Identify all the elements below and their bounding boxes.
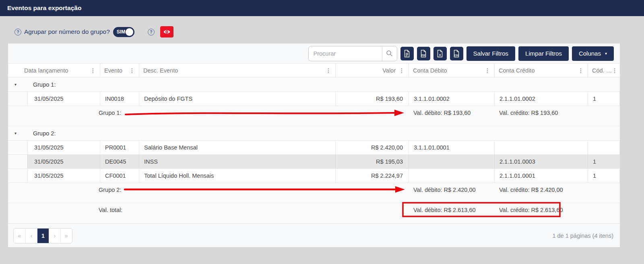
cell-data-lancamento: 31/05/2025 <box>27 92 100 106</box>
column-menu-icon[interactable]: ⋮ <box>399 67 405 74</box>
cell-valor: R$ 2.420,00 <box>335 141 409 154</box>
page-number-button[interactable]: 1 <box>37 229 49 243</box>
cell-desc-evento: Depósito do FGTS <box>139 92 335 106</box>
cell-conta-credito: 2.1.1.01.0002 <box>494 92 588 106</box>
excel-file-icon: X <box>437 50 443 58</box>
cell-cod: 1 <box>588 92 620 106</box>
prev-page-button[interactable]: ‹ <box>25 229 37 243</box>
total-debit: Val. débito: R$ 2.613,60 <box>413 203 476 217</box>
group-debit-total: Val. débito: R$ 2.420,00 <box>413 183 476 197</box>
cell-conta-credito: 2.1.1.01.0003 <box>494 155 588 168</box>
cell-evento: DE0045 <box>100 155 139 168</box>
search-input[interactable] <box>309 46 382 61</box>
pagination-summary: 1 de 1 páginas (4 itens) <box>552 233 613 239</box>
cell-evento: IN0018 <box>100 92 139 106</box>
last-page-button[interactable]: » <box>60 229 72 243</box>
group-label: Grupo 2: <box>33 130 56 137</box>
group-debit-total: Val. débito: R$ 193,60 <box>413 106 471 120</box>
column-label: Desc. Evento <box>143 67 178 74</box>
column-menu-icon[interactable]: ⋮ <box>129 67 135 74</box>
eye-icon <box>163 29 171 35</box>
chevron-down-icon: ▾ <box>605 52 607 56</box>
page-title: Eventos para exportação <box>0 0 644 16</box>
search-box <box>308 46 397 61</box>
export-csv-button[interactable]: CSV <box>450 47 463 60</box>
column-menu-icon[interactable]: ⋮ <box>578 67 584 74</box>
cell-conta-debito <box>409 169 494 183</box>
column-header-conta-debito[interactable]: Conta Débito ⋮ <box>409 64 494 77</box>
save-filters-button[interactable]: Salvar Filtros <box>466 46 516 61</box>
group-footer-row-2: Grupo 2: Val. débito: R$ 2.420,00 Val. c… <box>8 183 620 203</box>
cell-valor: R$ 193,60 <box>335 92 409 106</box>
cell-data-lancamento: 31/05/2025 <box>27 141 100 154</box>
group-footer-row-1: Grupo 1: Val. débito: R$ 193,60 Val. cré… <box>8 106 620 126</box>
column-header-data-lancamento[interactable]: Data lançamento ⋮ <box>8 64 100 77</box>
column-menu-icon[interactable]: ⋮ <box>90 67 96 74</box>
column-menu-icon[interactable]: ⋮ <box>326 67 331 74</box>
column-header-conta-credito[interactable]: Conta Crédito ⋮ <box>494 64 588 77</box>
cell-conta-credito <box>494 141 588 154</box>
cell-data-lancamento: 31/05/2025 <box>27 155 100 168</box>
column-header-desc-evento[interactable]: Desc. Evento ⋮ <box>139 64 335 77</box>
export-pdf-button[interactable]: PDF <box>417 47 430 60</box>
preview-button[interactable] <box>160 26 173 37</box>
cell-valor: R$ 195,03 <box>335 155 409 168</box>
columns-button[interactable]: Colunas ▾ <box>572 46 614 61</box>
pagination-bar: « ‹ 1 › » 1 de 1 páginas (4 itens) <box>8 223 620 248</box>
collapse-group-icon[interactable]: ▾ <box>14 82 20 87</box>
help-icon[interactable]: ? <box>14 29 21 35</box>
group-footer-label: Grupo 2: <box>99 183 121 197</box>
column-header-evento[interactable]: Evento ⋮ <box>100 64 139 77</box>
collapse-group-icon[interactable]: ▾ <box>14 131 20 135</box>
table-row[interactable]: 31/05/2025 CF0001 Total Líquido Holl. Me… <box>8 169 620 183</box>
table-row[interactable]: 31/05/2025 PR0001 Salário Base Mensal R$… <box>8 141 620 155</box>
help-icon[interactable]: ? <box>148 29 155 35</box>
cell-evento: CF0001 <box>100 169 139 183</box>
column-menu-icon[interactable]: ⋮ <box>485 67 490 74</box>
pager: « ‹ 1 › » <box>13 228 72 243</box>
search-button[interactable] <box>382 46 397 61</box>
svg-text:PDF: PDF <box>421 54 426 56</box>
table-header-row: Data lançamento ⋮ Evento ⋮ Desc. Evento … <box>8 63 620 77</box>
group-credit-total: Val. crédito: R$ 193,60 <box>499 106 558 120</box>
pdf-file-icon: PDF <box>420 50 427 58</box>
cell-valor: R$ 2.224,97 <box>335 169 409 183</box>
text-file-icon <box>404 50 410 58</box>
group-toggle[interactable]: SIM <box>113 27 134 37</box>
cell-evento: PR0001 <box>100 141 139 154</box>
cell-cod <box>588 141 620 154</box>
cell-desc-evento: Salário Base Mensal <box>139 141 335 154</box>
group-credit-total: Val. crédito: R$ 2.420,00 <box>499 183 563 197</box>
table-row[interactable]: 31/05/2025 IN0018 Depósito do FGTS R$ 19… <box>8 92 620 106</box>
group-toggle-label: Agrupar por número do grupo? <box>24 28 110 35</box>
column-header-valor[interactable]: Valor ⋮ <box>335 64 409 77</box>
table-body: ▾ Grupo 1: 31/05/2025 IN0018 Depósito do… <box>8 77 620 223</box>
cell-cod: 1 <box>588 169 620 183</box>
grand-total-row: Val. total: Val. débito: R$ 2.613,60 Val… <box>8 203 620 223</box>
group-header-row-1: ▾ Grupo 1: <box>8 77 620 91</box>
cell-conta-debito <box>409 155 494 168</box>
grid-panel: PDF X CSV Salvar Filtros <box>8 44 620 247</box>
toggle-value: SIM <box>117 27 125 37</box>
column-label: Conta Crédito <box>499 67 535 74</box>
next-page-button[interactable]: › <box>49 229 60 243</box>
cell-conta-credito: 2.1.1.01.0001 <box>494 169 588 183</box>
cell-desc-evento: Total Líquido Holl. Mensais <box>139 169 335 183</box>
controls-row: ? Agrupar por número do grupo? SIM ? <box>14 26 173 37</box>
first-page-button[interactable]: « <box>14 229 25 243</box>
row-indent <box>8 169 27 183</box>
export-excel-button[interactable]: X <box>433 47 447 60</box>
csv-file-icon: CSV <box>453 50 460 58</box>
group-header-row-2: ▾ Grupo 2: <box>8 126 620 140</box>
total-label: Val. total: <box>99 203 122 217</box>
clear-filters-button[interactable]: Limpar Filtros <box>518 46 569 61</box>
column-label: Conta Débito <box>413 67 447 74</box>
column-label: Evento <box>104 67 122 74</box>
table-row[interactable]: 31/05/2025 DE0045 INSS R$ 195,03 2.1.1.0… <box>8 155 620 169</box>
toggle-knob-icon <box>126 28 133 36</box>
column-menu-icon[interactable]: ⋮ <box>612 67 617 74</box>
column-label: Cód. … <box>592 67 612 74</box>
export-txt-button[interactable] <box>400 47 414 60</box>
svg-text:X: X <box>439 53 441 56</box>
column-header-cod[interactable]: Cód. … ⋮ <box>588 64 620 77</box>
